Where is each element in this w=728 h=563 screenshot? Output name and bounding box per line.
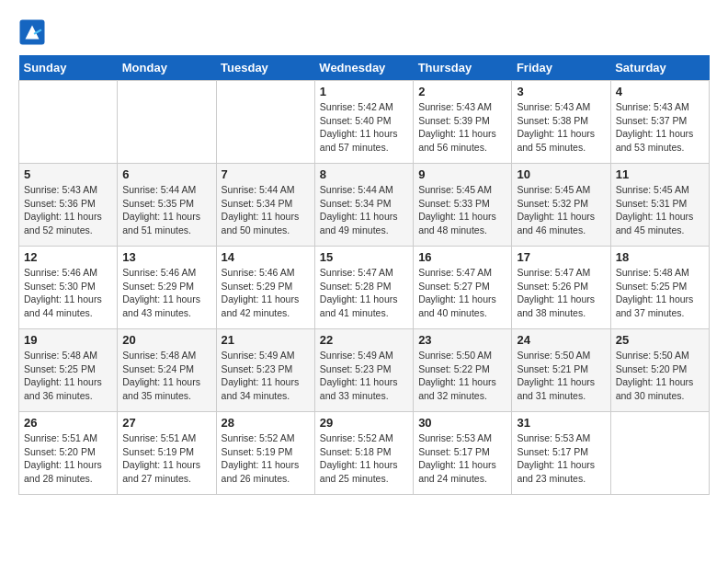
day-info: Sunrise: 5:53 AM Sunset: 5:17 PM Dayligh… bbox=[418, 431, 506, 486]
calendar-week-2: 5Sunrise: 5:43 AM Sunset: 5:36 PM Daylig… bbox=[19, 164, 710, 247]
day-number: 8 bbox=[320, 167, 408, 181]
calendar-cell: 31Sunrise: 5:53 AM Sunset: 5:17 PM Dayli… bbox=[512, 412, 610, 495]
calendar-cell: 8Sunrise: 5:44 AM Sunset: 5:34 PM Daylig… bbox=[314, 164, 413, 247]
day-info: Sunrise: 5:46 AM Sunset: 5:29 PM Dayligh… bbox=[122, 266, 210, 320]
day-info: Sunrise: 5:43 AM Sunset: 5:39 PM Dayligh… bbox=[418, 100, 506, 155]
day-number: 16 bbox=[418, 250, 506, 264]
day-info: Sunrise: 5:50 AM Sunset: 5:21 PM Dayligh… bbox=[517, 349, 605, 403]
day-number: 13 bbox=[122, 250, 210, 264]
day-info: Sunrise: 5:48 AM Sunset: 5:25 PM Dayligh… bbox=[616, 266, 704, 320]
day-number: 15 bbox=[320, 250, 408, 264]
header-thursday: Thursday bbox=[414, 55, 512, 81]
day-number: 21 bbox=[222, 333, 310, 347]
calendar-cell: 24Sunrise: 5:50 AM Sunset: 5:21 PM Dayli… bbox=[512, 329, 610, 412]
day-info: Sunrise: 5:49 AM Sunset: 5:23 PM Dayligh… bbox=[222, 349, 310, 403]
calendar-week-1: 1Sunrise: 5:42 AM Sunset: 5:40 PM Daylig… bbox=[19, 81, 710, 164]
calendar-cell: 7Sunrise: 5:44 AM Sunset: 5:34 PM Daylig… bbox=[216, 164, 314, 247]
logo bbox=[18, 18, 50, 46]
calendar-week-3: 12Sunrise: 5:46 AM Sunset: 5:30 PM Dayli… bbox=[19, 247, 710, 329]
day-number: 19 bbox=[24, 333, 112, 347]
day-number: 12 bbox=[24, 250, 112, 264]
day-info: Sunrise: 5:47 AM Sunset: 5:27 PM Dayligh… bbox=[418, 266, 506, 320]
day-number: 18 bbox=[616, 250, 704, 264]
day-info: Sunrise: 5:46 AM Sunset: 5:29 PM Dayligh… bbox=[222, 266, 310, 320]
calendar-cell: 15Sunrise: 5:47 AM Sunset: 5:28 PM Dayli… bbox=[314, 247, 413, 329]
calendar-cell: 20Sunrise: 5:48 AM Sunset: 5:24 PM Dayli… bbox=[118, 329, 216, 412]
day-number: 22 bbox=[320, 333, 408, 347]
logo-icon bbox=[18, 18, 46, 46]
day-info: Sunrise: 5:46 AM Sunset: 5:30 PM Dayligh… bbox=[24, 266, 112, 320]
day-number: 24 bbox=[517, 333, 605, 347]
day-number: 29 bbox=[320, 416, 408, 430]
day-number: 9 bbox=[418, 167, 506, 181]
header-friday: Friday bbox=[512, 55, 610, 81]
day-info: Sunrise: 5:44 AM Sunset: 5:34 PM Dayligh… bbox=[320, 183, 408, 237]
day-info: Sunrise: 5:48 AM Sunset: 5:25 PM Dayligh… bbox=[24, 349, 112, 403]
day-info: Sunrise: 5:47 AM Sunset: 5:28 PM Dayligh… bbox=[320, 266, 408, 320]
day-number: 10 bbox=[517, 167, 605, 181]
page-header bbox=[18, 18, 710, 46]
calendar-cell: 4Sunrise: 5:43 AM Sunset: 5:37 PM Daylig… bbox=[610, 81, 709, 164]
day-info: Sunrise: 5:48 AM Sunset: 5:24 PM Dayligh… bbox=[122, 349, 210, 403]
calendar-cell bbox=[216, 81, 314, 164]
day-info: Sunrise: 5:43 AM Sunset: 5:36 PM Dayligh… bbox=[24, 183, 112, 237]
day-number: 20 bbox=[122, 333, 210, 347]
calendar-header-row: SundayMondayTuesdayWednesdayThursdayFrid… bbox=[19, 55, 710, 81]
calendar-cell: 21Sunrise: 5:49 AM Sunset: 5:23 PM Dayli… bbox=[216, 329, 314, 412]
calendar-cell: 27Sunrise: 5:51 AM Sunset: 5:19 PM Dayli… bbox=[118, 412, 216, 495]
calendar-cell: 18Sunrise: 5:48 AM Sunset: 5:25 PM Dayli… bbox=[610, 247, 709, 329]
calendar-week-4: 19Sunrise: 5:48 AM Sunset: 5:25 PM Dayli… bbox=[19, 329, 710, 412]
day-number: 28 bbox=[222, 416, 310, 430]
calendar-cell: 10Sunrise: 5:45 AM Sunset: 5:32 PM Dayli… bbox=[512, 164, 610, 247]
calendar-cell: 12Sunrise: 5:46 AM Sunset: 5:30 PM Dayli… bbox=[19, 247, 118, 329]
day-info: Sunrise: 5:50 AM Sunset: 5:20 PM Dayligh… bbox=[616, 349, 704, 403]
day-number: 1 bbox=[320, 85, 408, 98]
day-info: Sunrise: 5:52 AM Sunset: 5:18 PM Dayligh… bbox=[320, 431, 408, 486]
day-info: Sunrise: 5:43 AM Sunset: 5:38 PM Dayligh… bbox=[517, 100, 605, 155]
calendar-cell: 14Sunrise: 5:46 AM Sunset: 5:29 PM Dayli… bbox=[216, 247, 314, 329]
calendar-cell bbox=[610, 412, 709, 495]
day-number: 11 bbox=[616, 167, 704, 181]
day-info: Sunrise: 5:52 AM Sunset: 5:19 PM Dayligh… bbox=[222, 431, 310, 486]
calendar-cell: 28Sunrise: 5:52 AM Sunset: 5:19 PM Dayli… bbox=[216, 412, 314, 495]
calendar-cell bbox=[118, 81, 216, 164]
day-number: 27 bbox=[122, 416, 210, 430]
calendar-cell: 9Sunrise: 5:45 AM Sunset: 5:33 PM Daylig… bbox=[414, 164, 512, 247]
day-number: 23 bbox=[418, 333, 506, 347]
header-monday: Monday bbox=[118, 55, 216, 81]
day-number: 14 bbox=[222, 250, 310, 264]
day-info: Sunrise: 5:44 AM Sunset: 5:35 PM Dayligh… bbox=[122, 183, 210, 237]
day-number: 31 bbox=[517, 416, 605, 430]
day-info: Sunrise: 5:53 AM Sunset: 5:17 PM Dayligh… bbox=[517, 431, 605, 486]
day-number: 4 bbox=[616, 85, 704, 98]
calendar-cell: 22Sunrise: 5:49 AM Sunset: 5:23 PM Dayli… bbox=[314, 329, 413, 412]
header-saturday: Saturday bbox=[610, 55, 709, 81]
calendar-cell: 2Sunrise: 5:43 AM Sunset: 5:39 PM Daylig… bbox=[414, 81, 512, 164]
day-info: Sunrise: 5:50 AM Sunset: 5:22 PM Dayligh… bbox=[418, 349, 506, 403]
calendar-cell: 5Sunrise: 5:43 AM Sunset: 5:36 PM Daylig… bbox=[19, 164, 118, 247]
header-tuesday: Tuesday bbox=[216, 55, 314, 81]
calendar-cell: 26Sunrise: 5:51 AM Sunset: 5:20 PM Dayli… bbox=[19, 412, 118, 495]
day-number: 5 bbox=[24, 167, 112, 181]
day-number: 25 bbox=[616, 333, 704, 347]
day-number: 17 bbox=[517, 250, 605, 264]
day-info: Sunrise: 5:45 AM Sunset: 5:31 PM Dayligh… bbox=[616, 183, 704, 237]
calendar-cell: 11Sunrise: 5:45 AM Sunset: 5:31 PM Dayli… bbox=[610, 164, 709, 247]
calendar-cell bbox=[19, 81, 118, 164]
day-info: Sunrise: 5:43 AM Sunset: 5:37 PM Dayligh… bbox=[616, 100, 704, 155]
day-number: 3 bbox=[517, 85, 605, 98]
calendar-cell: 16Sunrise: 5:47 AM Sunset: 5:27 PM Dayli… bbox=[414, 247, 512, 329]
calendar-cell: 1Sunrise: 5:42 AM Sunset: 5:40 PM Daylig… bbox=[314, 81, 413, 164]
day-info: Sunrise: 5:45 AM Sunset: 5:32 PM Dayligh… bbox=[517, 183, 605, 237]
header-sunday: Sunday bbox=[19, 55, 118, 81]
calendar-cell: 13Sunrise: 5:46 AM Sunset: 5:29 PM Dayli… bbox=[118, 247, 216, 329]
calendar-cell: 17Sunrise: 5:47 AM Sunset: 5:26 PM Dayli… bbox=[512, 247, 610, 329]
day-number: 7 bbox=[222, 167, 310, 181]
day-number: 26 bbox=[24, 416, 112, 430]
day-info: Sunrise: 5:47 AM Sunset: 5:26 PM Dayligh… bbox=[517, 266, 605, 320]
calendar-cell: 23Sunrise: 5:50 AM Sunset: 5:22 PM Dayli… bbox=[414, 329, 512, 412]
calendar-table: SundayMondayTuesdayWednesdayThursdayFrid… bbox=[18, 55, 710, 495]
day-info: Sunrise: 5:45 AM Sunset: 5:33 PM Dayligh… bbox=[418, 183, 506, 237]
day-info: Sunrise: 5:51 AM Sunset: 5:20 PM Dayligh… bbox=[24, 431, 112, 486]
calendar-cell: 3Sunrise: 5:43 AM Sunset: 5:38 PM Daylig… bbox=[512, 81, 610, 164]
